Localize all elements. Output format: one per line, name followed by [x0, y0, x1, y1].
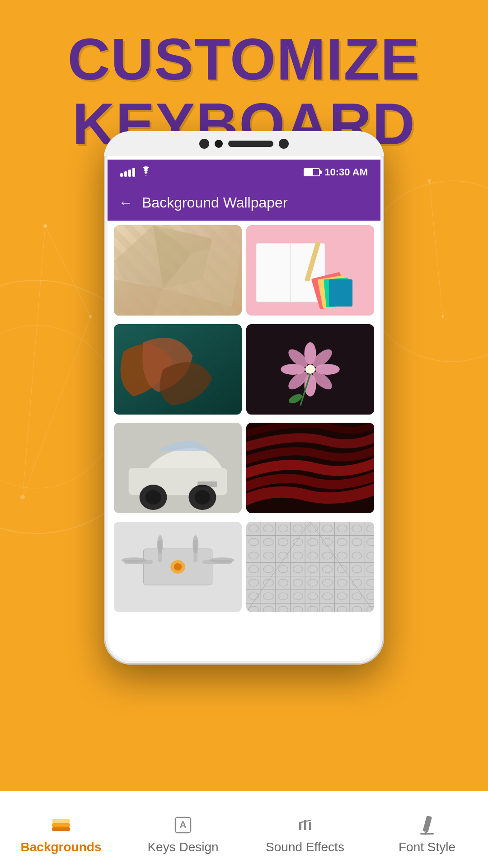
svg-point-44	[195, 490, 211, 505]
tab-backgrounds-label: Backgrounds	[21, 840, 102, 854]
svg-line-10	[23, 226, 45, 497]
svg-point-56	[192, 535, 198, 553]
status-right: 10:30 AM	[304, 166, 368, 178]
svg-rect-12	[114, 225, 242, 316]
svg-text:A: A	[179, 819, 187, 830]
back-button[interactable]: ←	[118, 194, 133, 211]
backgrounds-icon	[50, 814, 72, 836]
svg-point-55	[157, 535, 163, 553]
svg-marker-14	[153, 225, 212, 288]
svg-rect-65	[52, 827, 70, 831]
svg-point-1	[0, 326, 117, 488]
signal-bar-4	[132, 168, 135, 177]
svg-point-4	[89, 315, 92, 318]
wifi-icon	[140, 166, 152, 179]
wallpaper-item-8[interactable]	[246, 522, 374, 612]
svg-point-53	[121, 557, 145, 563]
svg-rect-25	[329, 279, 352, 307]
svg-rect-76	[420, 833, 434, 835]
tab-keys-design-label: Keys Design	[147, 840, 218, 854]
app-bar: ← Background Wallpaper	[108, 184, 380, 221]
svg-marker-15	[163, 243, 242, 307]
sound-effects-icon	[294, 814, 316, 836]
wallpaper-item-7[interactable]	[114, 522, 242, 612]
status-time: 10:30 AM	[324, 166, 368, 178]
tab-backgrounds[interactable]: Backgrounds	[0, 805, 122, 854]
svg-line-11	[429, 181, 443, 316]
app-bar-title: Background Wallpaper	[142, 194, 288, 211]
svg-line-9	[23, 316, 90, 497]
wallpaper-item-5[interactable]	[114, 423, 242, 513]
tab-keys-design[interactable]: A Keys Design	[122, 805, 244, 854]
svg-marker-13	[114, 225, 192, 288]
svg-rect-45	[197, 481, 217, 487]
tab-font-style-label: Font Style	[399, 840, 455, 854]
camera-right	[279, 139, 289, 149]
battery-fill	[305, 169, 313, 175]
phone-screen: 10:30 AM ← Background Wallpaper	[108, 135, 380, 661]
battery-icon	[304, 168, 320, 176]
svg-point-3	[43, 224, 47, 228]
svg-point-36	[305, 365, 315, 374]
svg-line-8	[45, 226, 90, 316]
svg-marker-17	[153, 288, 232, 316]
svg-point-7	[441, 315, 444, 318]
bottom-nav: Backgrounds A Keys Design Sound Effects …	[0, 791, 488, 868]
camera-center	[215, 140, 223, 148]
svg-rect-67	[52, 819, 70, 823]
svg-point-42	[145, 490, 161, 505]
svg-point-6	[427, 179, 431, 183]
wallpaper-item-3[interactable]	[114, 324, 242, 415]
signal-bars	[120, 168, 135, 177]
keys-design-icon: A	[172, 814, 194, 836]
header-line1: CUSTOMIZE	[0, 27, 488, 92]
wallpaper-item-6[interactable]	[246, 423, 374, 513]
svg-rect-72	[309, 822, 311, 830]
tab-sound-effects[interactable]: Sound Effects	[244, 805, 366, 854]
wallpaper-item-4[interactable]	[246, 324, 374, 415]
status-left	[120, 166, 152, 179]
svg-point-58	[174, 563, 182, 571]
status-bar: 10:30 AM	[108, 160, 380, 184]
svg-rect-70	[299, 823, 301, 830]
svg-marker-16	[114, 279, 163, 316]
phone-top-bar	[104, 131, 384, 156]
signal-bar-3	[128, 170, 131, 177]
phone-mockup: 10:30 AM ← Background Wallpaper	[104, 131, 384, 665]
wallpaper-item-1[interactable]	[114, 225, 242, 316]
tab-font-style[interactable]: Font Style	[366, 805, 488, 854]
tab-sound-effects-label: Sound Effects	[266, 840, 344, 854]
font-style-icon	[416, 814, 438, 836]
wallpaper-grid	[108, 221, 380, 620]
speaker	[228, 141, 273, 147]
wallpaper-item-2[interactable]	[246, 225, 374, 316]
svg-rect-66	[52, 823, 70, 827]
signal-bar-2	[124, 171, 127, 177]
svg-point-5	[20, 495, 25, 500]
svg-point-54	[210, 557, 234, 563]
signal-bar-1	[120, 173, 123, 177]
svg-rect-74	[423, 816, 432, 832]
camera-left	[199, 139, 209, 149]
